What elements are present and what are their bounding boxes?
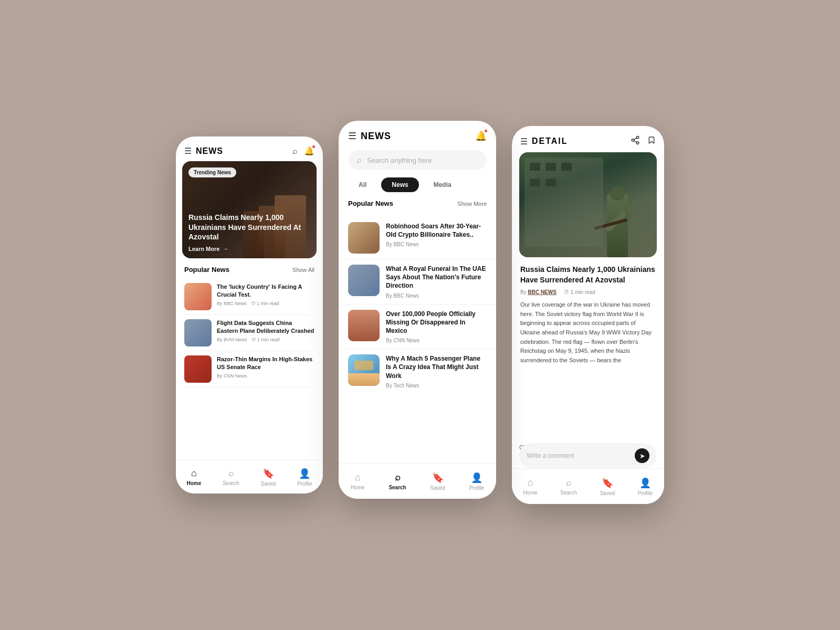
show-all-button[interactable]: Show All: [292, 267, 314, 273]
news-thumb-3: [184, 355, 212, 383]
detail-page-title: DETAIL: [532, 136, 568, 146]
phone2-meta-2: By BBC News: [386, 293, 487, 299]
search-icon[interactable]: ⌕: [292, 146, 298, 156]
news-info-3: Razor-Thin Margins In High-Stakes US Sen…: [217, 355, 314, 379]
bell-icon[interactable]: 🔔: [304, 146, 314, 156]
phone2-nav-profile[interactable]: 👤 Profile: [469, 472, 484, 491]
article-source[interactable]: BBC NEWS: [528, 289, 556, 295]
section-header: Popular News Show All: [184, 266, 314, 274]
phone-detail: ☰ DETAIL: [512, 126, 664, 504]
search-input[interactable]: Search anything here: [367, 156, 432, 164]
phone2-nav-search[interactable]: ⌕ Search: [388, 472, 406, 490]
phone2-header: ☰ NEWS 🔔: [339, 121, 496, 147]
news-headline-2: Flight Data Suggests China Eastern Plane…: [217, 319, 314, 335]
phone3-saved-icon: 🔖: [602, 477, 613, 489]
phone3-home-icon: ⌂: [528, 477, 533, 488]
hero-title: Russia Claims Nearly 1,000 Ukrainians Ha…: [188, 213, 310, 242]
phone1-header-left: ☰ NEWS: [184, 146, 223, 156]
phone2-menu-icon[interactable]: ☰: [348, 130, 356, 142]
phone2-bottom-nav: ⌂ Home ⌕ Search 🔖 Saved 👤 Profile: [339, 463, 496, 499]
phone2-thumb-4: [348, 354, 380, 386]
phone2-saved-icon: 🔖: [432, 472, 444, 484]
phone3-nav-search[interactable]: ⌕ Search: [560, 477, 577, 496]
news-item-1[interactable]: The 'lucky Country' Is Facing A Crucial …: [184, 279, 314, 315]
svg-line-4: [634, 138, 636, 140]
news-meta-1: By BBC News ⏱ 1 min read: [217, 301, 314, 306]
hero-badge: Trending News: [188, 167, 236, 177]
comment-box: Write a comment ➤: [519, 443, 657, 468]
detail-body-text: Our live coverage of the war in Ukraine …: [520, 300, 656, 363]
news-info-2: Flight Data Suggests China Eastern Plane…: [217, 319, 314, 342]
phone2-home-icon: ⌂: [355, 472, 361, 483]
news-info-1: The 'lucky Country' Is Facing A Crucial …: [217, 283, 314, 306]
phone3-header: ☰ DETAIL: [512, 126, 664, 152]
phone2-nav-home[interactable]: ⌂ Home: [351, 472, 365, 490]
detail-hero-image: [519, 152, 657, 257]
phone2-bell-icon[interactable]: 🔔: [475, 130, 487, 142]
tab-media[interactable]: Media: [423, 177, 462, 192]
comment-input[interactable]: Write a comment: [527, 452, 629, 459]
phone2-headline-3: Over 100,000 People Officially Missing O…: [386, 310, 487, 335]
phone-search: ☰ NEWS 🔔 ⌕ Search anything here All News…: [339, 121, 496, 499]
news-item-2[interactable]: Flight Data Suggests China Eastern Plane…: [184, 315, 314, 351]
search-nav-icon: ⌕: [228, 468, 234, 479]
phone3-nav-saved[interactable]: 🔖 Saved: [600, 477, 615, 496]
phone-home: ☰ NEWS ⌕ 🔔 Trending News Russia: [176, 136, 323, 494]
send-comment-button[interactable]: ➤: [635, 448, 649, 463]
phone2-section-header: Popular News Show More: [348, 200, 487, 207]
news-headline-1: The 'lucky Country' Is Facing A Crucial …: [217, 283, 314, 299]
hero-learn-more[interactable]: Learn More →: [188, 246, 310, 252]
news-meta-2: By BVM News ⏱ 1 min read: [217, 337, 314, 342]
news-thumb-2: [184, 319, 212, 346]
detail-meta: By BBC NEWS ⏱ 1 min read: [520, 289, 656, 295]
phone2-headline-2: What A Royal Funeral In The UAE Says Abo…: [386, 265, 487, 290]
home-icon: ⌂: [191, 468, 197, 479]
search-bar[interactable]: ⌕ Search anything here: [348, 150, 487, 170]
phone2-info-1: Robinhood Soars After 30-Year-Old Crypto…: [386, 222, 487, 247]
phone2-profile-icon: 👤: [471, 472, 482, 484]
phone2-info-3: Over 100,000 People Officially Missing O…: [386, 310, 487, 344]
phone2-thumb-3: [348, 310, 380, 341]
nav-home[interactable]: ⌂ Home: [186, 468, 201, 486]
phone2-info-2: What A Royal Funeral In The UAE Says Abo…: [386, 265, 487, 299]
nav-profile[interactable]: 👤 Profile: [297, 468, 312, 487]
nav-saved[interactable]: 🔖 Saved: [261, 468, 276, 487]
nav-search[interactable]: ⌕ Search: [223, 468, 239, 486]
popular-section: Popular News Show All The 'lucky Country…: [176, 258, 323, 391]
phone3-nav-home[interactable]: ⌂ Home: [523, 477, 538, 496]
phone2-news-item-2[interactable]: What A Royal Funeral In The UAE Says Abo…: [339, 259, 496, 304]
phone3-nav-profile[interactable]: 👤 Profile: [638, 477, 653, 496]
phone2-meta-3: By CNN News: [386, 338, 487, 343]
hero-card[interactable]: Trending News Russia Claims Nearly 1,000…: [182, 161, 317, 258]
phone2-section-title: Popular News: [348, 200, 393, 207]
share-icon[interactable]: [631, 135, 640, 147]
hero-content: Russia Claims Nearly 1,000 Ukrainians Ha…: [188, 213, 310, 252]
menu-icon[interactable]: ☰: [184, 146, 192, 156]
phone2-meta-4: By Tech News: [386, 383, 487, 388]
phone2-news-item-3[interactable]: Over 100,000 People Officially Missing O…: [339, 304, 496, 350]
phone2-show-more[interactable]: Show More: [457, 201, 487, 207]
phone1-header-icons: ⌕ 🔔: [292, 146, 314, 156]
phone2-search-icon: ⌕: [395, 472, 401, 483]
news-meta-3: By CNN News: [217, 373, 314, 379]
notification-dot: [312, 145, 316, 149]
svg-line-3: [634, 141, 636, 142]
app-title: NEWS: [196, 146, 223, 156]
search-bar-icon: ⌕: [356, 155, 362, 165]
phone2-news-item-4[interactable]: Why A Mach 5 Passenger Plane Is A Crazy …: [339, 349, 496, 394]
phone2-headline-1: Robinhood Soars After 30-Year-Old Crypto…: [386, 222, 487, 239]
phone2-news-item-1[interactable]: Robinhood Soars After 30-Year-Old Crypto…: [339, 217, 496, 259]
phone1-header: ☰ NEWS ⌕ 🔔: [176, 136, 323, 161]
bookmark-icon[interactable]: [647, 135, 656, 147]
phone2-info-4: Why A Mach 5 Passenger Plane Is A Crazy …: [386, 354, 487, 388]
tab-news[interactable]: News: [381, 177, 418, 192]
phone3-menu-icon[interactable]: ☰: [520, 136, 528, 146]
phone2-nav-saved[interactable]: 🔖 Saved: [430, 472, 445, 491]
news-item-3[interactable]: Razor-Thin Margins In High-Stakes US Sen…: [184, 351, 314, 387]
phones-container: ☰ NEWS ⌕ 🔔 Trending News Russia: [176, 94, 664, 536]
phone2-notification-dot: [484, 129, 488, 133]
tab-all[interactable]: All: [348, 177, 377, 192]
phone1-bottom-nav: ⌂ Home ⌕ Search 🔖 Saved 👤 Profile: [176, 460, 323, 494]
phone3-profile-icon: 👤: [639, 477, 651, 489]
news-thumb-1: [184, 283, 212, 310]
